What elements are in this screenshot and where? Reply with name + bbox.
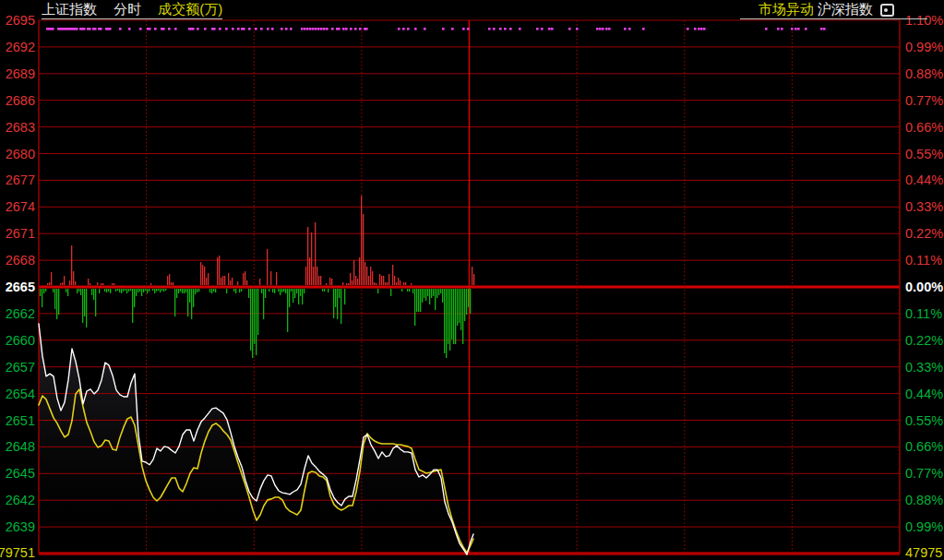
volume-bar-up — [364, 262, 365, 285]
volume-bar-down — [377, 289, 378, 293]
market-anomaly-dot — [791, 28, 794, 30]
volume-bar-up — [381, 276, 382, 285]
volume-bar-down — [95, 289, 96, 316]
market-anomaly-dot — [260, 28, 263, 30]
index-name-label[interactable]: 上证指数 — [42, 1, 97, 17]
volume-bar-down — [136, 289, 137, 296]
market-anomaly-dot — [698, 28, 700, 30]
volume-bar-up — [379, 274, 380, 285]
market-anomaly-dot — [119, 28, 122, 30]
left-axis-label: 2654 — [6, 387, 35, 401]
volume-bar-down — [125, 289, 125, 291]
market-anomaly-dot — [52, 28, 54, 30]
volume-bar-down — [99, 289, 100, 293]
market-anomaly-dot — [628, 28, 631, 30]
left-axis-label: 2665 — [6, 280, 35, 294]
volume-bar-up — [472, 267, 472, 285]
app-root: { "header": { "index_name": "上证指数", "vie… — [0, 0, 944, 560]
volume-bar-down — [448, 289, 448, 344]
view-mode-label[interactable]: 分时 — [114, 1, 141, 17]
volume-bar-down — [248, 289, 249, 298]
market-anomaly-dot — [248, 28, 251, 30]
market-anomaly-dot — [642, 28, 645, 30]
market-anomaly-dot — [312, 28, 315, 30]
market-anomaly-dot — [599, 28, 602, 30]
volume-bar-up — [383, 276, 384, 285]
market-anomaly-dot — [488, 28, 491, 30]
volume-bar-up — [361, 196, 362, 285]
volume-bar-up — [276, 272, 277, 285]
volume-bar-down — [440, 289, 441, 293]
volume-bar-up — [372, 271, 373, 285]
left-axis-label: 2674 — [6, 199, 35, 214]
market-anomaly-dot — [213, 28, 216, 30]
volume-bar-down — [182, 289, 183, 293]
volume-bar-up — [224, 276, 225, 285]
right-axis-label: 0.77% — [905, 93, 943, 108]
left-axis-label: 2657 — [6, 360, 35, 375]
volume-bar-down — [108, 289, 109, 292]
panel-toggle-icon[interactable] — [880, 4, 894, 17]
volume-bar-up — [405, 282, 406, 285]
hs-indices-link[interactable]: 沪深指数 — [818, 1, 873, 17]
market-anomaly-dot — [304, 28, 306, 30]
volume-bar-down — [161, 289, 162, 291]
volume-bar-up — [473, 274, 474, 285]
volume-bar-down — [444, 289, 445, 353]
intraday-chart-canvas[interactable]: 26951.10%26920.99%26890.88%26860.77%2683… — [0, 0, 944, 560]
volume-bar-up — [374, 282, 375, 285]
left-axis-label: 2677 — [6, 173, 35, 187]
market-anomaly-dot — [197, 28, 199, 30]
intraday-chart-screen: 26951.10%26920.99%26890.88%26860.77%2683… — [0, 0, 944, 560]
market-anomaly-dot — [315, 28, 317, 30]
market-anomaly-dot — [326, 28, 329, 30]
volume-bar-down — [460, 289, 461, 330]
market-anomaly-dot — [493, 28, 496, 30]
volume-bar-down — [442, 289, 443, 303]
right-axis-label: 0.33% — [905, 360, 943, 375]
volume-bar-up — [320, 276, 321, 285]
volume-bar-down — [154, 289, 155, 293]
volume-bar-up — [398, 278, 399, 285]
market-anomaly-dot — [309, 28, 312, 30]
volume-bar-down — [53, 289, 54, 292]
volume-bar-down — [296, 289, 297, 293]
left-axis-label: 2645 — [6, 466, 35, 481]
volume-bar-down — [226, 289, 227, 293]
volume-bar-down — [117, 289, 118, 291]
volume-bar-down — [438, 289, 439, 295]
market-anomaly-dot — [781, 28, 783, 30]
market-anomaly-dot — [424, 28, 426, 30]
volume-bar-down — [341, 289, 341, 324]
volume-bar-down — [283, 289, 284, 292]
volume-bar-up — [167, 276, 168, 285]
market-anomaly-dot — [462, 28, 465, 30]
volume-bar-down — [191, 289, 192, 319]
right-axis-label: 0.88% — [905, 493, 943, 507]
volume-bar-down — [184, 289, 185, 293]
volume-bar-up — [171, 282, 172, 285]
market-alert-link[interactable]: 市场异动 — [759, 1, 814, 17]
volume-bar-down — [333, 289, 334, 318]
right-axis-label: 0.66% — [905, 439, 943, 454]
volume-bar-up — [376, 283, 376, 285]
market-anomaly-dot — [139, 28, 142, 30]
volume-bar-down — [119, 289, 120, 292]
volume-bar-down — [252, 289, 253, 358]
volume-bar-up — [359, 257, 360, 285]
market-anomaly-dot — [548, 28, 551, 30]
volume-bar-down — [180, 289, 181, 292]
volume-bar-down — [66, 289, 66, 292]
right-axis-label: 0.55% — [905, 413, 943, 428]
market-anomaly-dot — [243, 28, 245, 30]
market-anomaly-dot — [320, 28, 323, 30]
volume-bar-down — [287, 289, 288, 332]
market-anomaly-dot — [306, 28, 309, 30]
volume-bar-down — [233, 289, 234, 292]
volume-bar-up — [228, 273, 229, 285]
market-anomaly-dot — [624, 28, 627, 30]
volume-bar-down — [429, 289, 430, 304]
volume-bar-up — [318, 276, 319, 285]
volume-bar-down — [466, 289, 467, 315]
volume-bar-down — [80, 289, 81, 295]
